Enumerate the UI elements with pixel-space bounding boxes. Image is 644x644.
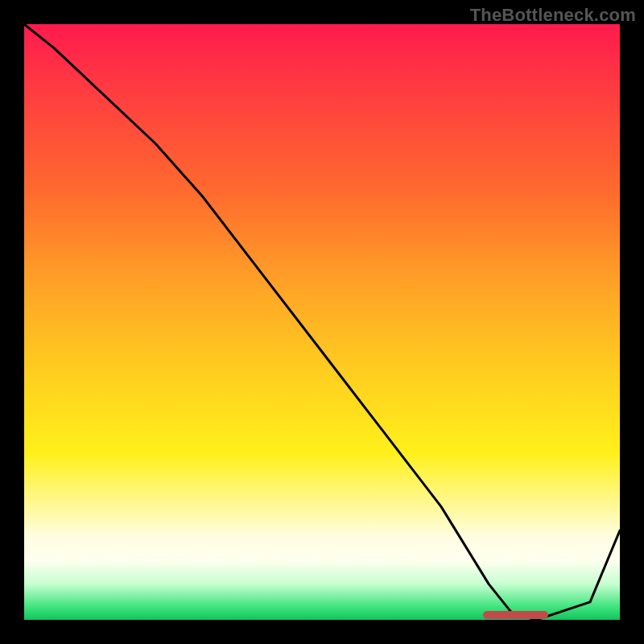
x-axis-line: [23, 620, 621, 621]
chart-container: TheBottleneck.com: [0, 0, 644, 644]
heat-gradient: [24, 24, 620, 620]
optimal-range-marker: [483, 611, 548, 619]
watermark-text: TheBottleneck.com: [470, 5, 636, 26]
y-axis-line: [23, 24, 24, 621]
